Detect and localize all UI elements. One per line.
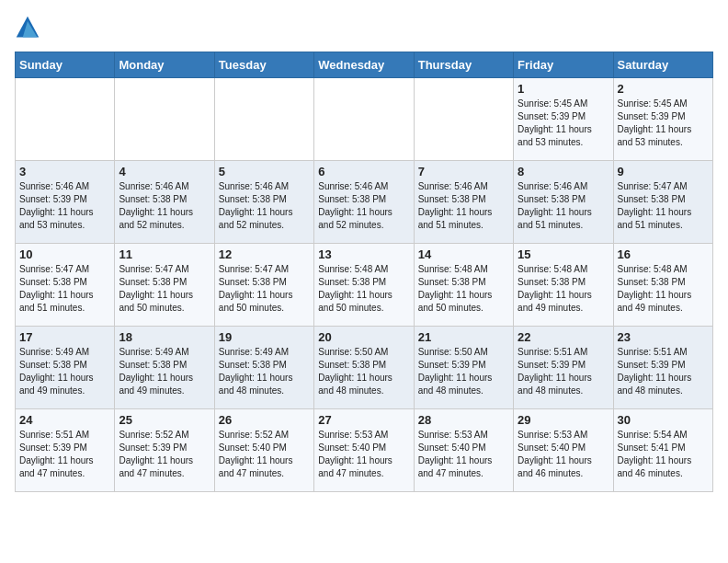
calendar-cell: 20Sunrise: 5:50 AMSunset: 5:38 PMDayligh… <box>314 327 414 409</box>
day-number: 11 <box>119 247 210 261</box>
day-number: 18 <box>119 330 210 344</box>
day-info: Sunrise: 5:45 AMSunset: 5:39 PMDaylight:… <box>518 98 609 149</box>
day-number: 15 <box>518 247 609 261</box>
calendar-cell: 23Sunrise: 5:51 AMSunset: 5:39 PMDayligh… <box>613 327 712 409</box>
day-info: Sunrise: 5:48 AMSunset: 5:38 PMDaylight:… <box>618 263 709 315</box>
day-info: Sunrise: 5:50 AMSunset: 5:39 PMDaylight:… <box>418 346 509 397</box>
day-number: 20 <box>318 330 409 344</box>
calendar-cell: 5Sunrise: 5:46 AMSunset: 5:38 PMDaylight… <box>214 161 313 244</box>
weekday-header: Thursday <box>414 52 513 78</box>
day-info: Sunrise: 5:47 AMSunset: 5:38 PMDaylight:… <box>219 263 310 315</box>
logo <box>15 15 42 40</box>
day-number: 21 <box>418 330 509 344</box>
day-number: 3 <box>19 165 110 178</box>
day-number: 1 <box>518 82 609 96</box>
calendar-cell: 8Sunrise: 5:46 AMSunset: 5:38 PMDaylight… <box>514 161 613 244</box>
day-number: 4 <box>119 165 210 178</box>
calendar-cell: 6Sunrise: 5:46 AMSunset: 5:38 PMDaylight… <box>314 161 414 244</box>
calendar-cell: 11Sunrise: 5:47 AMSunset: 5:38 PMDayligh… <box>115 244 214 327</box>
day-info: Sunrise: 5:49 AMSunset: 5:38 PMDaylight:… <box>19 346 110 397</box>
day-info: Sunrise: 5:45 AMSunset: 5:39 PMDaylight:… <box>618 98 709 149</box>
calendar-cell: 15Sunrise: 5:48 AMSunset: 5:38 PMDayligh… <box>514 244 613 327</box>
calendar-cell: 25Sunrise: 5:52 AMSunset: 5:39 PMDayligh… <box>115 409 214 492</box>
calendar-cell: 27Sunrise: 5:53 AMSunset: 5:40 PMDayligh… <box>314 409 414 492</box>
calendar-week-row: 24Sunrise: 5:51 AMSunset: 5:39 PMDayligh… <box>16 409 713 492</box>
day-number: 12 <box>219 247 310 261</box>
day-number: 27 <box>318 413 409 427</box>
day-number: 22 <box>518 330 609 344</box>
calendar-cell <box>115 78 214 161</box>
weekday-header: Wednesday <box>314 52 414 78</box>
day-info: Sunrise: 5:49 AMSunset: 5:38 PMDaylight:… <box>219 346 310 397</box>
calendar-cell: 1Sunrise: 5:45 AMSunset: 5:39 PMDaylight… <box>514 78 613 161</box>
calendar-week-row: 1Sunrise: 5:45 AMSunset: 5:39 PMDaylight… <box>16 78 713 161</box>
weekday-header: Friday <box>514 52 613 78</box>
day-info: Sunrise: 5:54 AMSunset: 5:41 PMDaylight:… <box>618 429 709 480</box>
day-info: Sunrise: 5:52 AMSunset: 5:40 PMDaylight:… <box>219 429 310 480</box>
day-number: 5 <box>219 165 310 178</box>
calendar-cell: 14Sunrise: 5:48 AMSunset: 5:38 PMDayligh… <box>414 244 513 327</box>
day-info: Sunrise: 5:48 AMSunset: 5:38 PMDaylight:… <box>418 263 509 315</box>
weekday-header-row: SundayMondayTuesdayWednesdayThursdayFrid… <box>16 52 713 78</box>
day-number: 24 <box>19 413 110 427</box>
day-number: 7 <box>418 165 509 178</box>
day-info: Sunrise: 5:50 AMSunset: 5:38 PMDaylight:… <box>318 346 409 397</box>
calendar-cell: 17Sunrise: 5:49 AMSunset: 5:38 PMDayligh… <box>16 327 115 409</box>
calendar-cell: 22Sunrise: 5:51 AMSunset: 5:39 PMDayligh… <box>514 327 613 409</box>
day-info: Sunrise: 5:52 AMSunset: 5:39 PMDaylight:… <box>119 429 210 480</box>
day-info: Sunrise: 5:46 AMSunset: 5:38 PMDaylight:… <box>119 180 210 232</box>
calendar-cell: 9Sunrise: 5:47 AMSunset: 5:38 PMDaylight… <box>613 161 712 244</box>
calendar-cell: 12Sunrise: 5:47 AMSunset: 5:38 PMDayligh… <box>214 244 313 327</box>
day-info: Sunrise: 5:46 AMSunset: 5:38 PMDaylight:… <box>219 180 310 232</box>
day-info: Sunrise: 5:46 AMSunset: 5:38 PMDaylight:… <box>318 180 409 232</box>
calendar-cell <box>214 78 313 161</box>
day-number: 19 <box>219 330 310 344</box>
logo-icon <box>15 15 40 40</box>
day-number: 29 <box>518 413 609 427</box>
day-number: 9 <box>618 165 709 178</box>
day-info: Sunrise: 5:46 AMSunset: 5:38 PMDaylight:… <box>518 180 609 232</box>
calendar-cell: 26Sunrise: 5:52 AMSunset: 5:40 PMDayligh… <box>214 409 313 492</box>
day-number: 26 <box>219 413 310 427</box>
day-info: Sunrise: 5:53 AMSunset: 5:40 PMDaylight:… <box>418 429 509 480</box>
calendar-cell: 10Sunrise: 5:47 AMSunset: 5:38 PMDayligh… <box>16 244 115 327</box>
calendar-cell: 29Sunrise: 5:53 AMSunset: 5:40 PMDayligh… <box>514 409 613 492</box>
calendar-cell: 30Sunrise: 5:54 AMSunset: 5:41 PMDayligh… <box>613 409 712 492</box>
weekday-header: Saturday <box>613 52 712 78</box>
calendar-week-row: 3Sunrise: 5:46 AMSunset: 5:39 PMDaylight… <box>16 161 713 244</box>
day-number: 17 <box>19 330 110 344</box>
day-number: 13 <box>318 247 409 261</box>
calendar-cell: 18Sunrise: 5:49 AMSunset: 5:38 PMDayligh… <box>115 327 214 409</box>
day-info: Sunrise: 5:53 AMSunset: 5:40 PMDaylight:… <box>518 429 609 480</box>
day-info: Sunrise: 5:47 AMSunset: 5:38 PMDaylight:… <box>119 263 210 315</box>
weekday-header: Sunday <box>16 52 115 78</box>
day-number: 25 <box>119 413 210 427</box>
day-info: Sunrise: 5:48 AMSunset: 5:38 PMDaylight:… <box>318 263 409 315</box>
day-number: 2 <box>618 82 709 96</box>
day-info: Sunrise: 5:46 AMSunset: 5:38 PMDaylight:… <box>418 180 509 232</box>
page-header <box>15 15 713 40</box>
day-info: Sunrise: 5:47 AMSunset: 5:38 PMDaylight:… <box>618 180 709 232</box>
calendar-week-row: 10Sunrise: 5:47 AMSunset: 5:38 PMDayligh… <box>16 244 713 327</box>
day-info: Sunrise: 5:51 AMSunset: 5:39 PMDaylight:… <box>518 346 609 397</box>
day-number: 10 <box>19 247 110 261</box>
day-info: Sunrise: 5:53 AMSunset: 5:40 PMDaylight:… <box>318 429 409 480</box>
day-info: Sunrise: 5:46 AMSunset: 5:39 PMDaylight:… <box>19 180 110 232</box>
calendar-cell: 24Sunrise: 5:51 AMSunset: 5:39 PMDayligh… <box>16 409 115 492</box>
calendar-cell <box>414 78 513 161</box>
day-info: Sunrise: 5:47 AMSunset: 5:38 PMDaylight:… <box>19 263 110 315</box>
calendar-cell: 19Sunrise: 5:49 AMSunset: 5:38 PMDayligh… <box>214 327 313 409</box>
day-number: 28 <box>418 413 509 427</box>
day-info: Sunrise: 5:51 AMSunset: 5:39 PMDaylight:… <box>618 346 709 397</box>
day-number: 16 <box>618 247 709 261</box>
calendar-table: SundayMondayTuesdayWednesdayThursdayFrid… <box>15 52 713 492</box>
calendar-cell: 21Sunrise: 5:50 AMSunset: 5:39 PMDayligh… <box>414 327 513 409</box>
day-number: 14 <box>418 247 509 261</box>
day-number: 8 <box>518 165 609 178</box>
calendar-cell <box>314 78 414 161</box>
day-info: Sunrise: 5:51 AMSunset: 5:39 PMDaylight:… <box>19 429 110 480</box>
day-info: Sunrise: 5:48 AMSunset: 5:38 PMDaylight:… <box>518 263 609 315</box>
day-number: 6 <box>318 165 409 178</box>
weekday-header: Monday <box>115 52 214 78</box>
calendar-cell: 28Sunrise: 5:53 AMSunset: 5:40 PMDayligh… <box>414 409 513 492</box>
